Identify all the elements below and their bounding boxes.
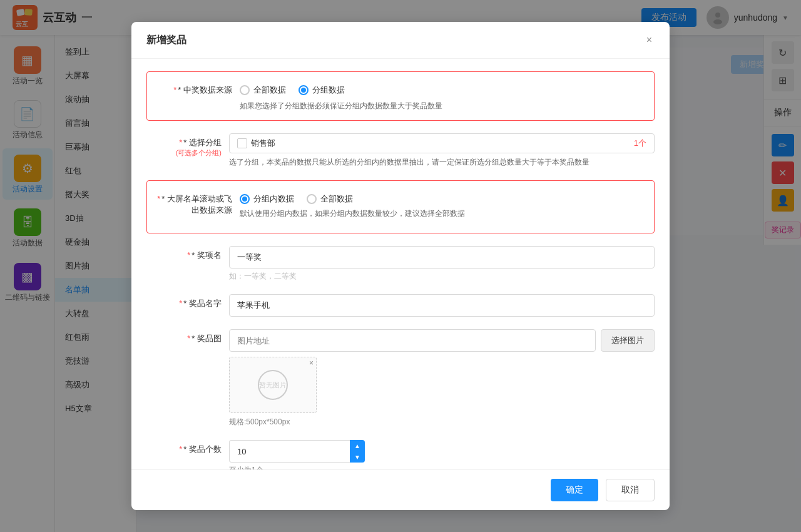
prize-image-row: ** 奖品图 选择图片 × 暂无图片 规格:500px*500px	[146, 329, 655, 427]
image-upload-row: 选择图片	[229, 329, 655, 352]
radio-all-data2[interactable]: 全部数据	[307, 193, 353, 205]
select-image-button[interactable]: 选择图片	[601, 329, 655, 352]
prize-name-content	[229, 294, 655, 317]
winning-data-source-row: ** 中奖数据来源 全部数据 分组数据	[157, 81, 644, 96]
winning-data-source-label: ** 中奖数据来源	[157, 81, 232, 96]
select-group-hint: 选了分组，本奖品的数据只能从所选的分组内的数据里抽出，请一定保证所选分组总数量大…	[229, 157, 655, 168]
radio-all-data-circle	[240, 85, 250, 95]
winning-data-source-hint: 如果您选择了分组数据必须保证分组内数据数量大于奖品数量	[157, 101, 644, 111]
group-select-box[interactable]: 销售部 1个	[229, 133, 655, 153]
no-image-text: 暂无图片	[259, 381, 287, 390]
add-prize-modal: 新增奖品 × ** 中奖数据来源 全部数据	[131, 22, 670, 510]
prize-name-label: ** 奖品名字	[146, 294, 222, 309]
stepper-up-button[interactable]: ▲	[350, 440, 365, 451]
confirm-button[interactable]: 确定	[551, 479, 598, 501]
modal-footer: 确定 取消	[131, 469, 670, 510]
image-url-input[interactable]	[229, 329, 596, 352]
cancel-button[interactable]: 取消	[606, 479, 655, 501]
modal-body: ** 中奖数据来源 全部数据 分组数据	[131, 59, 670, 469]
radio-all-data2-label: 全部数据	[320, 193, 353, 205]
modal-close-button[interactable]: ×	[644, 32, 655, 48]
select-group-sub-label: (可选多个分组)	[146, 148, 222, 158]
radio-group-inner-data-circle	[240, 194, 250, 204]
prize-tier-row: ** 奖项名 如：一等奖，二等奖	[146, 246, 655, 282]
checkbox-sales-dept[interactable]: 销售部	[237, 138, 275, 149]
bigscreen-data-source-label: ** 大屏名单滚动或飞出数据来源	[157, 190, 232, 216]
no-image-placeholder: 暂无图片	[258, 370, 288, 400]
bigscreen-data-source-row: ** 大屏名单滚动或飞出数据来源 分组内数据 全部数据	[157, 190, 644, 219]
select-group-label: ** 选择分组 (可选多个分组)	[146, 133, 222, 158]
radio-group-inner-data-label: 分组内数据	[253, 193, 294, 205]
prize-tier-input[interactable]	[229, 246, 655, 269]
prize-image-content: 选择图片 × 暂无图片 规格:500px*500px	[229, 329, 655, 427]
radio-group-data[interactable]: 分组数据	[298, 84, 345, 96]
bigscreen-data-source-hint: 默认使用分组内数据，如果分组内数据数量较少，建议选择全部数据	[240, 208, 644, 219]
image-preview-box: × 暂无图片	[229, 357, 317, 413]
prize-count-row: ** 奖品个数 ▲ ▼ 至少为1个	[146, 440, 655, 469]
prize-tier-placeholder-hint: 如：一等奖，二等奖	[229, 271, 655, 282]
radio-all-data-label: 全部数据	[253, 84, 286, 96]
radio-group-data-label: 分组数据	[312, 84, 345, 96]
prize-tier-label: ** 奖项名	[146, 246, 222, 261]
prize-name-input[interactable]	[229, 294, 655, 317]
modal-header: 新增奖品 ×	[131, 22, 670, 59]
radio-group-inner-data[interactable]: 分组内数据	[240, 193, 294, 205]
select-group-content: 销售部 1个 选了分组，本奖品的数据只能从所选的分组内的数据里抽出，请一定保证所…	[229, 133, 655, 168]
radio-all-data[interactable]: 全部数据	[240, 84, 286, 96]
winning-data-source-radio-group: 全部数据 分组数据	[240, 81, 644, 96]
prize-count-input[interactable]	[229, 440, 350, 463]
bigscreen-data-source-content: 分组内数据 全部数据 默认使用分组内数据，如果分组内数据数量较少，建议选择全部数…	[240, 190, 644, 219]
modal-backdrop: 新增奖品 × ** 中奖数据来源 全部数据	[0, 0, 801, 532]
min-count-hint: 至少为1个	[229, 465, 655, 469]
group-count-badge: 1个	[634, 138, 646, 149]
checkbox-sales-dept-box	[237, 138, 247, 148]
prize-tier-content: 如：一等奖，二等奖	[229, 246, 655, 282]
prize-name-row: ** 奖品名字	[146, 294, 655, 317]
bigscreen-data-source-section: ** 大屏名单滚动或飞出数据来源 分组内数据 全部数据	[146, 180, 655, 233]
select-group-row: ** 选择分组 (可选多个分组) 销售部 1个 选了分组，本奖品的数据只能从所选…	[146, 133, 655, 168]
prize-count-input-row: ▲ ▼	[229, 440, 329, 463]
radio-all-data2-circle	[307, 194, 317, 204]
image-preview-close-button[interactable]: ×	[309, 359, 314, 367]
prize-count-label: ** 奖品个数	[146, 440, 222, 455]
winning-data-source-section: ** 中奖数据来源 全部数据 分组数据	[146, 71, 655, 121]
modal-title: 新增奖品	[146, 34, 186, 47]
radio-group-data-circle	[298, 85, 309, 95]
winning-data-source-content: 全部数据 分组数据	[240, 81, 644, 96]
checkbox-sales-dept-label: 销售部	[251, 138, 275, 149]
stepper-down-button[interactable]: ▼	[350, 451, 365, 463]
prize-image-label: ** 奖品图	[146, 329, 222, 344]
prize-count-content: ▲ ▼ 至少为1个	[229, 440, 655, 469]
image-size-hint: 规格:500px*500px	[229, 417, 655, 427]
prize-count-stepper: ▲ ▼	[350, 440, 365, 463]
bigscreen-radio-group: 分组内数据 全部数据	[240, 190, 644, 205]
